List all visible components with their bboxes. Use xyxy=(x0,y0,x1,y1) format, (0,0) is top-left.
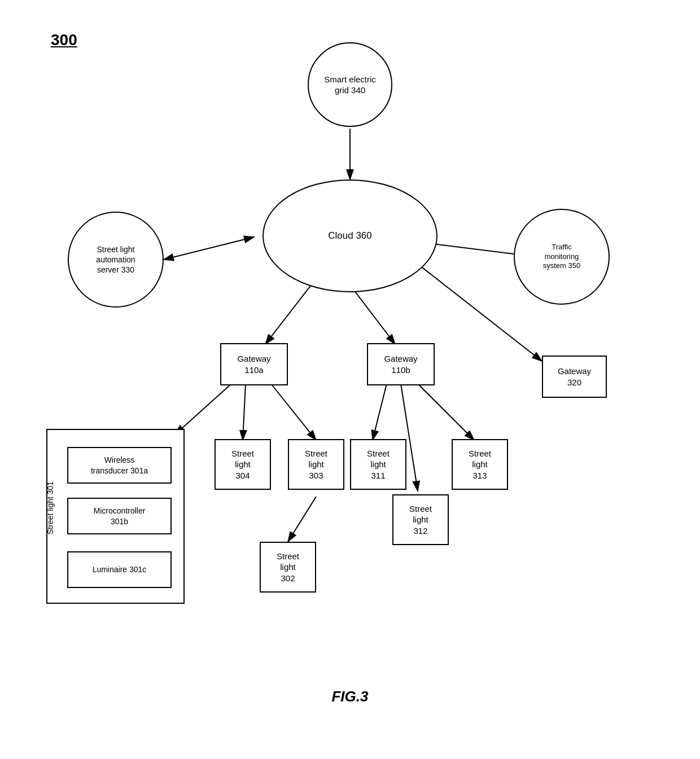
node-gateway-320: Gateway320 xyxy=(542,356,607,398)
svg-line-6 xyxy=(350,285,395,344)
node-street-light-312-label: Streetlight312 xyxy=(409,503,432,537)
node-gateway-110a-label: Gateway110a xyxy=(237,353,270,375)
node-smart-grid-label: Smart electricgrid 340 xyxy=(324,74,376,96)
diagram-number: 300 xyxy=(51,31,77,49)
svg-line-11 xyxy=(288,497,316,542)
node-gateway-320-label: Gateway320 xyxy=(558,366,591,388)
node-street-light-313: Streetlight313 xyxy=(452,439,508,490)
node-street-light-302-label: Streetlight302 xyxy=(277,551,299,584)
node-cloud-label: Cloud 360 xyxy=(328,230,372,242)
svg-line-5 xyxy=(265,282,313,344)
node-street-light-304: Streetlight304 xyxy=(215,439,271,490)
svg-line-4 xyxy=(423,243,514,254)
svg-line-10 xyxy=(175,384,231,435)
svg-line-8 xyxy=(243,384,246,440)
node-street-light-302: Streetlight302 xyxy=(260,542,316,593)
svg-line-12 xyxy=(373,384,387,440)
node-street-light-server-label: Street lightautomationserver 330 xyxy=(96,244,135,275)
svg-line-9 xyxy=(271,384,316,440)
node-gateway-110b-label: Gateway110b xyxy=(384,353,417,375)
node-wireless-transducer-label: Wirelesstransducer 301a xyxy=(91,455,148,475)
node-street-light-313-label: Streetlight313 xyxy=(469,448,491,481)
node-traffic-monitoring: Trafficmonitoringsystem 350 xyxy=(514,209,610,305)
node-microcontroller: Microcontroller301b xyxy=(67,498,172,534)
fig-label: FIG.3 xyxy=(331,688,368,705)
node-gateway-110b: Gateway110b xyxy=(367,343,435,385)
node-luminaire: Luminaire 301c xyxy=(67,551,172,588)
node-cloud: Cloud 360 xyxy=(262,179,438,292)
node-traffic-monitoring-label: Trafficmonitoringsystem 350 xyxy=(543,243,580,271)
node-street-light-304-label: Streetlight304 xyxy=(231,448,254,481)
node-microcontroller-label: Microcontroller301b xyxy=(94,506,146,526)
node-street-light-server: Street lightautomationserver 330 xyxy=(68,212,164,308)
node-street-light-303-label: Streetlight303 xyxy=(305,448,327,481)
diagram-container: 300 Smart electricgrid 340 Cloud 360 Str… xyxy=(0,0,700,722)
street-light-301-side-label: Street light 301 xyxy=(46,481,55,534)
node-smart-grid: Smart electricgrid 340 xyxy=(308,42,392,127)
street-light-301-group: Street light 301 Wirelesstransducer 301a… xyxy=(46,429,185,604)
node-wireless-transducer: Wirelesstransducer 301a xyxy=(67,447,172,484)
node-street-light-311-label: Streetlight311 xyxy=(367,448,390,481)
node-street-light-303: Streetlight303 xyxy=(288,439,344,490)
node-street-light-311: Streetlight311 xyxy=(350,439,406,490)
svg-line-3 xyxy=(164,237,254,260)
node-gateway-110a: Gateway110a xyxy=(220,343,288,385)
svg-line-14 xyxy=(418,384,474,440)
node-luminaire-label: Luminaire 301c xyxy=(93,564,147,574)
node-street-light-312: Streetlight312 xyxy=(392,494,449,545)
